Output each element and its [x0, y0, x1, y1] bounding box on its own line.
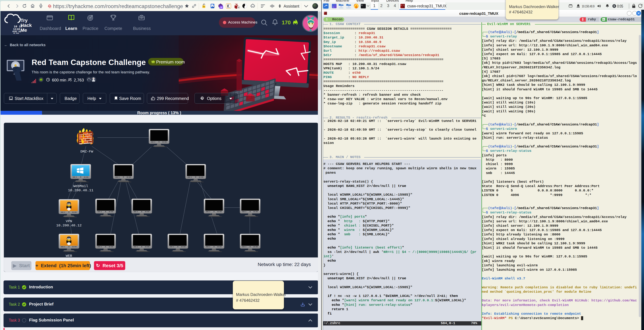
svg-text:10.200.40.11: 10.200.40.11: [68, 188, 93, 192]
svg-text:10.200.40.12: 10.200.40.12: [56, 224, 82, 227]
svg-text:WebMail: WebMail: [73, 184, 88, 188]
svg-text:Try: Try: [20, 18, 28, 23]
svg-text:Hack: Hack: [20, 23, 32, 28]
svg-text:DMZ-FW: DMZ-FW: [80, 150, 93, 153]
svg-text:Me: Me: [20, 27, 27, 33]
svg-text:WEB: WEB: [66, 254, 72, 258]
svg-text:VPN: VPN: [66, 219, 72, 223]
svg-text:01 010: 01 010: [14, 32, 19, 34]
svg-text:4: 4: [238, 6, 240, 9]
svg-text:$_: $_: [401, 4, 402, 6]
svg-text:$_: $_: [324, 12, 325, 13]
svg-text:$_: $_: [362, 4, 363, 6]
svg-text:#_: #_: [403, 4, 404, 6]
svg-text:01 0: 01 0: [49, 7, 51, 8]
svg-text:28: 28: [220, 6, 222, 8]
svg-text:#_: #_: [326, 12, 326, 13]
